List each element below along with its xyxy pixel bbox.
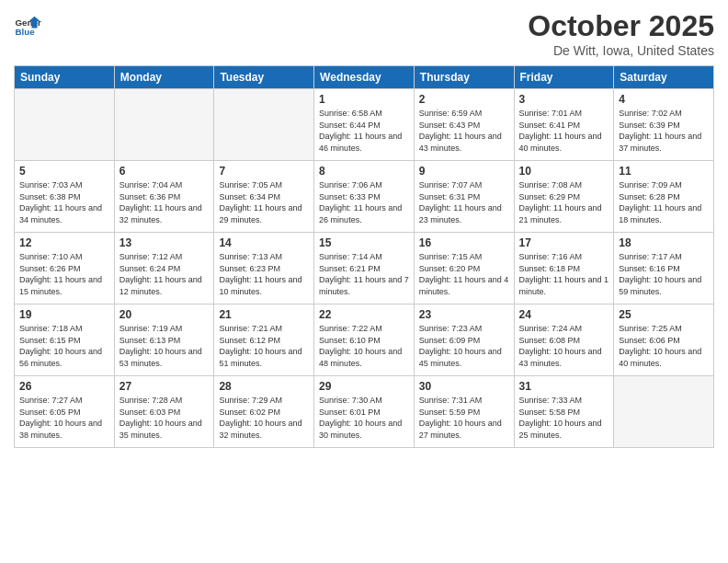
day-number: 6 (119, 165, 210, 178)
day-number: 12 (19, 236, 109, 249)
day-number: 3 (519, 93, 609, 106)
day-of-week-header: Thursday (414, 66, 514, 89)
day-info: Sunrise: 7:28 AM Sunset: 6:03 PM Dayligh… (119, 395, 210, 441)
day-number: 17 (519, 236, 609, 249)
calendar-cell: 7Sunrise: 7:05 AM Sunset: 6:34 PM Daylig… (214, 161, 314, 233)
day-number: 4 (619, 93, 709, 106)
calendar-cell: 16Sunrise: 7:15 AM Sunset: 6:20 PM Dayli… (414, 233, 514, 304)
calendar-cell: 31Sunrise: 7:33 AM Sunset: 5:58 PM Dayli… (514, 376, 614, 448)
svg-text:General: General (16, 17, 42, 28)
calendar-cell (114, 89, 214, 161)
calendar-header-row: SundayMondayTuesdayWednesdayThursdayFrid… (15, 66, 714, 89)
calendar-cell: 8Sunrise: 7:06 AM Sunset: 6:33 PM Daylig… (314, 161, 415, 233)
svg-text:Blue: Blue (16, 27, 36, 37)
day-info: Sunrise: 7:23 AM Sunset: 6:09 PM Dayligh… (419, 323, 509, 369)
calendar-cell: 9Sunrise: 7:07 AM Sunset: 6:31 PM Daylig… (414, 161, 514, 233)
calendar-cell: 15Sunrise: 7:14 AM Sunset: 6:21 PM Dayli… (314, 233, 415, 304)
day-number: 16 (419, 236, 509, 249)
calendar-cell (15, 89, 115, 161)
calendar-cell: 24Sunrise: 7:24 AM Sunset: 6:08 PM Dayli… (514, 304, 614, 376)
day-number: 28 (219, 380, 309, 393)
day-number: 24 (519, 308, 609, 321)
day-info: Sunrise: 7:22 AM Sunset: 6:10 PM Dayligh… (319, 323, 409, 369)
day-number: 9 (419, 165, 509, 178)
calendar-week-row: 12Sunrise: 7:10 AM Sunset: 6:26 PM Dayli… (15, 233, 714, 304)
calendar-cell: 11Sunrise: 7:09 AM Sunset: 6:28 PM Dayli… (614, 161, 714, 233)
day-info: Sunrise: 7:12 AM Sunset: 6:24 PM Dayligh… (119, 251, 210, 297)
day-info: Sunrise: 7:02 AM Sunset: 6:39 PM Dayligh… (619, 108, 709, 154)
calendar-cell: 22Sunrise: 7:22 AM Sunset: 6:10 PM Dayli… (314, 304, 415, 376)
day-info: Sunrise: 7:29 AM Sunset: 6:02 PM Dayligh… (219, 395, 309, 441)
day-number: 30 (419, 380, 509, 393)
day-info: Sunrise: 6:59 AM Sunset: 6:43 PM Dayligh… (419, 108, 509, 154)
day-of-week-header: Tuesday (214, 66, 314, 89)
day-of-week-header: Friday (514, 66, 614, 89)
day-number: 21 (219, 308, 309, 321)
day-of-week-header: Saturday (614, 66, 714, 89)
day-number: 18 (619, 236, 709, 249)
title-area: October 2025 De Witt, Iowa, United State… (528, 9, 714, 58)
day-info: Sunrise: 7:06 AM Sunset: 6:33 PM Dayligh… (319, 179, 409, 225)
day-info: Sunrise: 7:15 AM Sunset: 6:20 PM Dayligh… (419, 251, 509, 297)
day-number: 19 (19, 308, 109, 321)
day-number: 31 (519, 380, 609, 393)
day-of-week-header: Monday (114, 66, 214, 89)
day-info: Sunrise: 7:30 AM Sunset: 6:01 PM Dayligh… (319, 395, 409, 441)
calendar-cell: 17Sunrise: 7:16 AM Sunset: 6:18 PM Dayli… (514, 233, 614, 304)
day-number: 20 (119, 308, 210, 321)
calendar-cell: 19Sunrise: 7:18 AM Sunset: 6:15 PM Dayli… (15, 304, 115, 376)
day-info: Sunrise: 7:33 AM Sunset: 5:58 PM Dayligh… (519, 395, 609, 441)
calendar-week-row: 5Sunrise: 7:03 AM Sunset: 6:38 PM Daylig… (15, 161, 714, 233)
calendar-cell: 14Sunrise: 7:13 AM Sunset: 6:23 PM Dayli… (214, 233, 314, 304)
day-info: Sunrise: 7:21 AM Sunset: 6:12 PM Dayligh… (219, 323, 309, 369)
calendar-cell: 20Sunrise: 7:19 AM Sunset: 6:13 PM Dayli… (114, 304, 214, 376)
calendar-cell: 28Sunrise: 7:29 AM Sunset: 6:02 PM Dayli… (214, 376, 314, 448)
day-number: 1 (319, 93, 409, 106)
calendar-cell: 29Sunrise: 7:30 AM Sunset: 6:01 PM Dayli… (314, 376, 415, 448)
day-info: Sunrise: 7:01 AM Sunset: 6:41 PM Dayligh… (519, 108, 609, 154)
day-number: 2 (419, 93, 509, 106)
calendar-cell: 23Sunrise: 7:23 AM Sunset: 6:09 PM Dayli… (414, 304, 514, 376)
calendar-cell: 5Sunrise: 7:03 AM Sunset: 6:38 PM Daylig… (15, 161, 115, 233)
day-info: Sunrise: 7:19 AM Sunset: 6:13 PM Dayligh… (119, 323, 210, 369)
day-number: 7 (219, 165, 309, 178)
day-info: Sunrise: 7:24 AM Sunset: 6:08 PM Dayligh… (519, 323, 609, 369)
day-info: Sunrise: 7:16 AM Sunset: 6:18 PM Dayligh… (519, 251, 609, 297)
calendar-cell: 25Sunrise: 7:25 AM Sunset: 6:06 PM Dayli… (614, 304, 714, 376)
day-number: 14 (219, 236, 309, 249)
month-title: October 2025 (528, 9, 714, 43)
day-of-week-header: Sunday (15, 66, 115, 89)
calendar-cell: 30Sunrise: 7:31 AM Sunset: 5:59 PM Dayli… (414, 376, 514, 448)
day-number: 5 (19, 165, 109, 178)
day-info: Sunrise: 7:31 AM Sunset: 5:59 PM Dayligh… (419, 395, 509, 441)
calendar-cell: 6Sunrise: 7:04 AM Sunset: 6:36 PM Daylig… (114, 161, 214, 233)
day-info: Sunrise: 7:05 AM Sunset: 6:34 PM Dayligh… (219, 179, 309, 225)
day-of-week-header: Wednesday (314, 66, 415, 89)
calendar-cell: 10Sunrise: 7:08 AM Sunset: 6:29 PM Dayli… (514, 161, 614, 233)
location: De Witt, Iowa, United States (528, 43, 714, 58)
logo: General Blue (14, 13, 45, 40)
page-header: General Blue October 2025 De Witt, Iowa,… (14, 9, 714, 58)
calendar-cell: 12Sunrise: 7:10 AM Sunset: 6:26 PM Dayli… (15, 233, 115, 304)
calendar-week-row: 19Sunrise: 7:18 AM Sunset: 6:15 PM Dayli… (15, 304, 714, 376)
day-number: 29 (319, 380, 409, 393)
day-number: 13 (119, 236, 210, 249)
day-info: Sunrise: 7:07 AM Sunset: 6:31 PM Dayligh… (419, 179, 509, 225)
day-info: Sunrise: 7:14 AM Sunset: 6:21 PM Dayligh… (319, 251, 409, 297)
calendar-week-row: 26Sunrise: 7:27 AM Sunset: 6:05 PM Dayli… (15, 376, 714, 448)
day-info: Sunrise: 7:13 AM Sunset: 6:23 PM Dayligh… (219, 251, 309, 297)
day-info: Sunrise: 7:10 AM Sunset: 6:26 PM Dayligh… (19, 251, 109, 297)
logo-icon: General Blue (14, 13, 41, 40)
day-info: Sunrise: 6:58 AM Sunset: 6:44 PM Dayligh… (319, 108, 409, 154)
day-info: Sunrise: 7:08 AM Sunset: 6:29 PM Dayligh… (519, 179, 609, 225)
calendar-cell: 27Sunrise: 7:28 AM Sunset: 6:03 PM Dayli… (114, 376, 214, 448)
day-number: 23 (419, 308, 509, 321)
calendar-table: SundayMondayTuesdayWednesdayThursdayFrid… (14, 65, 714, 448)
day-info: Sunrise: 7:09 AM Sunset: 6:28 PM Dayligh… (619, 179, 709, 225)
day-info: Sunrise: 7:03 AM Sunset: 6:38 PM Dayligh… (19, 179, 109, 225)
calendar-cell: 26Sunrise: 7:27 AM Sunset: 6:05 PM Dayli… (15, 376, 115, 448)
day-number: 26 (19, 380, 109, 393)
calendar-cell: 18Sunrise: 7:17 AM Sunset: 6:16 PM Dayli… (614, 233, 714, 304)
day-number: 11 (619, 165, 709, 178)
calendar-cell: 13Sunrise: 7:12 AM Sunset: 6:24 PM Dayli… (114, 233, 214, 304)
